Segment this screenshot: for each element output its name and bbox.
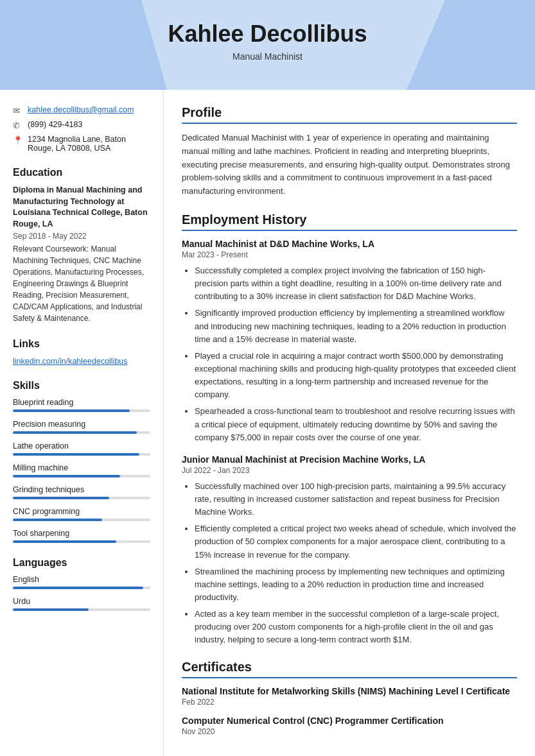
skill-name: Milling machine [13,463,150,472]
skill-bar-fill [13,497,109,499]
location-icon: 📍 [13,135,23,145]
skill-item: Blueprint reading [13,398,150,412]
employment-section-title: Employment History [182,212,517,231]
skill-bar-fill [13,519,102,521]
links-section: Links linkedin.com/in/kahleedecollibus [13,338,150,366]
job-date: Jul 2022 - Jan 2023 [182,466,517,475]
job-title: Manual Machinist at D&D Machine Works, L… [182,239,517,249]
language-name: English [13,575,150,584]
skill-bar-bg [13,475,150,477]
education-section: Education Diploma in Manual Machining an… [13,167,150,324]
coursework-label: Relevant Coursework: [13,245,91,253]
contact-section: ✉ kahlee.decollibus@gmail.com ✆ (899) 42… [13,105,150,153]
cert-entry: National Institute for Metalworking Skil… [182,686,517,707]
skills-list: Blueprint reading Precision measuring La… [13,398,150,543]
jobs-list: Manual Machinist at D&D Machine Works, L… [182,239,517,647]
skill-bar-bg [13,497,150,499]
candidate-name: Kahlee Decollibus [0,21,535,47]
phone-icon: ✆ [13,121,23,130]
education-title: Education [13,167,150,178]
language-item: English [13,575,150,589]
language-bar-bg [13,587,150,589]
language-name: Urdu [13,597,150,606]
languages-section: Languages English Urdu [13,557,150,611]
skill-name: CNC programming [13,507,150,516]
contact-email-item: ✉ kahlee.decollibus@gmail.com [13,105,150,116]
skill-bar-bg [13,409,150,412]
email-icon: ✉ [13,106,23,116]
skills-title: Skills [13,380,150,391]
skill-bar-fill [13,453,139,456]
languages-title: Languages [13,557,150,569]
job-bullet: Successfully completed a complex project… [195,264,517,303]
language-bar-fill [13,587,143,589]
skill-item: CNC programming [13,507,150,521]
skill-bar-fill [13,409,130,412]
email-link[interactable]: kahlee.decollibus@gmail.com [28,105,134,114]
phone-text: (899) 429-4183 [28,120,82,129]
language-bar-fill [13,608,89,611]
skill-bar-fill [13,540,116,543]
contact-address-item: 📍 1234 Magnolia Lane, Baton Rouge, LA 70… [13,135,150,153]
education-date: Sep 2018 - May 2022 [13,232,150,241]
skill-bar-bg [13,453,150,456]
certificates-section-title: Certificates [182,660,517,678]
cert-entry: Computer Numerical Control (CNC) Program… [182,716,517,736]
job-bullets-list: Successfully completed a complex project… [182,264,517,444]
skill-name: Tool sharpening [13,529,150,538]
job-bullet: Acted as a key team member in the succes… [195,608,517,646]
skill-bar-bg [13,431,150,434]
job-bullet: Played a crucial role in acquiring a maj… [195,350,517,402]
languages-list: English Urdu [13,575,150,611]
sidebar: ✉ kahlee.decollibus@gmail.com ✆ (899) 42… [0,90,164,756]
job-entry: Junior Manual Machinist at Precision Mac… [182,454,517,647]
skills-section: Skills Blueprint reading Precision measu… [13,380,150,543]
cert-date: Nov 2020 [182,727,517,736]
job-bullet: Significantly improved production effici… [195,307,517,345]
skill-bar-bg [13,519,150,521]
skill-name: Lathe operation [13,442,150,451]
language-item: Urdu [13,597,150,611]
job-date: Mar 2023 - Present [182,250,517,259]
skill-item: Milling machine [13,463,150,477]
cert-name: Computer Numerical Control (CNC) Program… [182,716,517,726]
address-text: 1234 Magnolia Lane, Baton Rouge, LA 7080… [28,135,150,153]
certs-list: National Institute for Metalworking Skil… [182,686,517,736]
cert-date: Feb 2022 [182,698,517,707]
skill-item: Tool sharpening [13,529,150,543]
coursework-text: Manual Machining Techniques, CNC Machine… [13,245,144,323]
cert-name: National Institute for Metalworking Skil… [182,686,517,696]
job-entry: Manual Machinist at D&D Machine Works, L… [182,239,517,444]
linkedin-link[interactable]: linkedin.com/in/kahleedecollibus [13,357,128,366]
certificates-section: Certificates National Institute for Meta… [182,660,517,736]
job-bullets-list: Successfully machined over 100 high-prec… [182,480,517,647]
skill-bar-fill [13,431,137,434]
job-bullet: Successfully machined over 100 high-prec… [195,480,517,519]
skill-name: Precision measuring [13,420,150,429]
skill-item: Precision measuring [13,420,150,434]
skill-item: Grinding techniques [13,485,150,499]
job-title: Junior Manual Machinist at Precision Mac… [182,454,517,465]
skill-name: Blueprint reading [13,398,150,407]
candidate-title: Manual Machinist [0,51,535,62]
skill-bar-bg [13,540,150,543]
job-bullet: Spearheaded a cross-functional team to t… [195,405,517,443]
header-content: Kahlee Decollibus Manual Machinist [0,21,535,62]
education-coursework: Relevant Coursework: Manual Machining Te… [13,243,150,324]
profile-section-title: Profile [182,105,517,124]
job-bullet: Streamlined the machining process by imp… [195,565,517,604]
page-layout: ✉ kahlee.decollibus@gmail.com ✆ (899) 42… [0,90,535,756]
contact-phone-item: ✆ (899) 429-4183 [13,120,150,130]
header: Kahlee Decollibus Manual Machinist [0,0,535,90]
education-degree: Diploma in Manual Machining and Manufact… [13,185,150,230]
links-title: Links [13,338,150,350]
skill-name: Grinding techniques [13,485,150,494]
skill-bar-fill [13,475,120,477]
main-content: Profile Dedicated Manual Machinist with … [164,90,535,756]
skill-item: Lathe operation [13,442,150,456]
employment-section: Employment History Manual Machinist at D… [182,212,517,647]
profile-text: Dedicated Manual Machinist with 1 year o… [182,132,517,198]
job-bullet: Efficiently completed a critical project… [195,522,517,561]
language-bar-bg [13,608,150,611]
profile-section: Profile Dedicated Manual Machinist with … [182,105,517,198]
